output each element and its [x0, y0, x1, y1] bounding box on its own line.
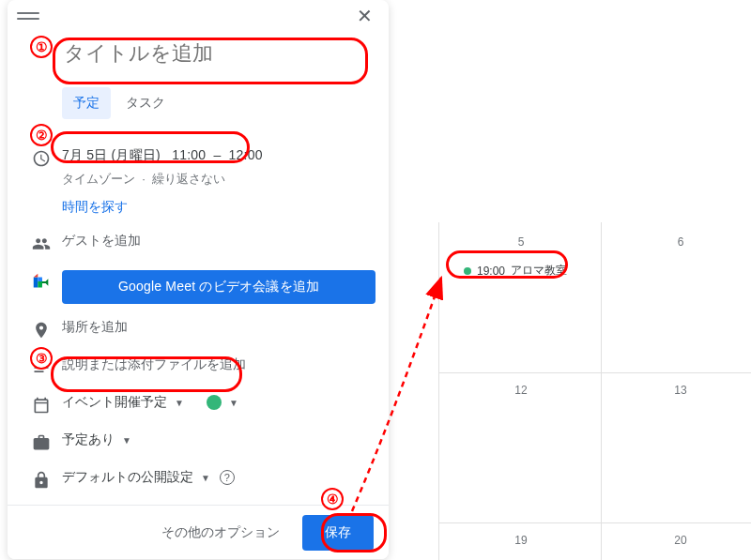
end-time: 12:00 — [229, 147, 263, 162]
calendar-select[interactable]: イベント開催予定 ▼ ▼ — [62, 394, 376, 411]
event-title: アロマ教室 — [511, 263, 567, 279]
drag-handle-icon[interactable] — [17, 10, 39, 22]
clock-icon — [21, 147, 62, 168]
title-input[interactable] — [62, 36, 364, 76]
chevron-down-icon: ▼ — [229, 398, 238, 408]
day-number[interactable]: 12 — [512, 384, 530, 397]
time-sep: – — [213, 147, 221, 162]
tab-task[interactable]: タスク — [115, 87, 176, 119]
tab-event[interactable]: 予定 — [62, 87, 111, 119]
availability-section: 予定あり ▼ — [8, 424, 389, 462]
calendar-icon — [21, 394, 62, 415]
save-button[interactable]: 保存 — [302, 515, 374, 551]
grid-line — [601, 222, 602, 560]
event-color-dot — [464, 267, 471, 275]
event-create-panel: ✕ 予定 タスク 7月 5日 (月曜日) 11:00 – 12:00 タイムゾー… — [8, 0, 389, 559]
day-number[interactable]: 13 — [671, 384, 690, 397]
grid-line — [438, 522, 751, 523]
calendar-grid: 5 6 12 13 19 20 19:00 アロマ教室 — [413, 222, 751, 560]
recurrence-label[interactable]: 繰り返さない — [152, 172, 225, 186]
type-tabs: 予定 タスク — [62, 87, 389, 119]
find-time-link[interactable]: 時間を探す — [62, 199, 376, 216]
chevron-down-icon: ▼ — [201, 473, 210, 483]
more-options-button[interactable]: その他のオプション — [146, 517, 295, 549]
timezone-label[interactable]: タイムゾーン — [62, 172, 135, 186]
panel-header: ✕ — [8, 0, 389, 32]
chevron-down-icon: ▼ — [122, 435, 131, 446]
calendar-section: イベント開催予定 ▼ ▼ — [8, 386, 389, 424]
add-location[interactable]: 場所を追加 — [62, 319, 376, 336]
description-section: 説明または添付ファイルを追加 — [8, 349, 389, 386]
help-icon[interactable]: ? — [220, 470, 235, 485]
grid-line — [438, 222, 439, 560]
annotation-number-3: ③ — [30, 347, 53, 370]
visibility-select[interactable]: デフォルトの公開設定 ▼ ? — [62, 469, 376, 486]
datetime-section: 7月 5日 (月曜日) 11:00 – 12:00 タイムゾーン · 繰り返さな… — [8, 140, 389, 223]
google-meet-icon — [21, 270, 62, 293]
datetime-text[interactable]: 7月 5日 (月曜日) 11:00 – 12:00 — [62, 147, 376, 164]
calendar-event[interactable]: 19:00 アロマ教室 — [458, 260, 573, 281]
guests-icon — [21, 233, 62, 253]
day-number[interactable]: 6 — [671, 235, 690, 249]
location-icon — [21, 319, 62, 340]
day-number[interactable]: 19 — [512, 534, 530, 547]
annotation-number-2: ② — [30, 124, 53, 146]
visibility-value: デフォルトの公開設定 — [62, 469, 193, 486]
add-meet-button[interactable]: Google Meet のビデオ会議を追加 — [62, 270, 376, 304]
calendar-name: イベント開催予定 — [62, 394, 167, 411]
annotation-number-1: ① — [30, 36, 53, 58]
meet-section: Google Meet のビデオ会議を追加 — [8, 263, 389, 311]
availability-select[interactable]: 予定あり ▼ — [62, 431, 376, 448]
chevron-down-icon: ▼ — [175, 398, 184, 408]
annotation-number-4: ④ — [321, 488, 344, 510]
start-time: 11:00 — [172, 147, 206, 162]
location-section: 場所を追加 — [8, 311, 389, 349]
day-number[interactable]: 20 — [671, 534, 690, 547]
date-value: 7月 5日 (月曜日) — [62, 147, 161, 162]
calendar-color-dot[interactable] — [207, 395, 222, 410]
panel-footer: その他のオプション 保存 — [8, 505, 389, 559]
lock-icon — [21, 469, 62, 490]
availability-value: 予定あり — [62, 431, 115, 448]
event-time: 19:00 — [477, 265, 505, 278]
day-number[interactable]: 5 — [512, 235, 530, 249]
grid-line — [438, 372, 751, 373]
guests-section: ゲストを追加 — [8, 225, 389, 263]
close-button[interactable]: ✕ — [349, 1, 379, 31]
add-guests[interactable]: ゲストを追加 — [62, 233, 376, 250]
datetime-subrow: タイムゾーン · 繰り返さない — [62, 171, 376, 188]
add-description[interactable]: 説明または添付ファイルを追加 — [62, 356, 376, 373]
briefcase-icon — [21, 431, 62, 452]
